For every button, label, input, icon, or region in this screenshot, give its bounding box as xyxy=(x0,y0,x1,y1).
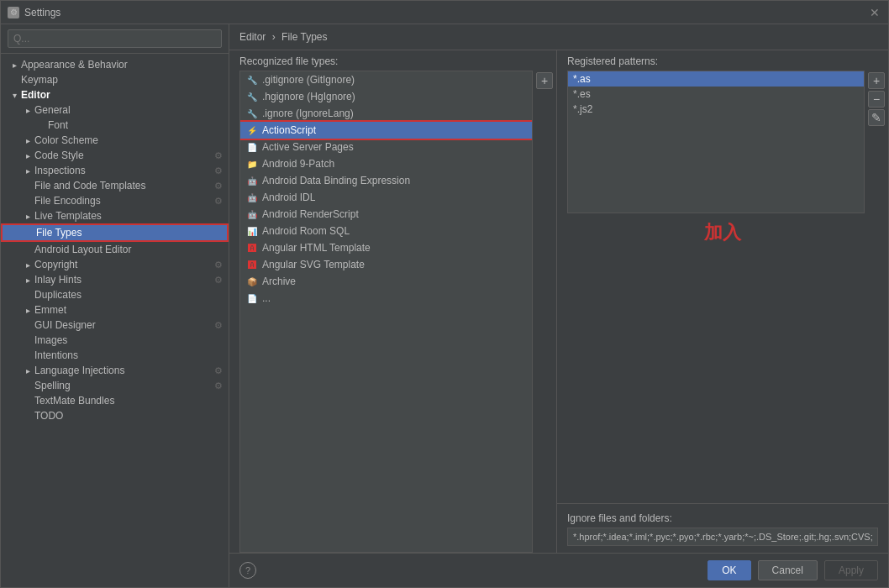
breadcrumb-editor: Editor xyxy=(239,31,266,43)
sidebar-item-duplicates[interactable]: Duplicates xyxy=(1,287,229,302)
file-type-android-data-binding-label: Android Data Binding Expression xyxy=(262,175,410,186)
sidebar-label-emmet: Emmet xyxy=(34,304,229,316)
pattern-as[interactable]: *.as xyxy=(568,71,864,87)
ok-button[interactable]: OK xyxy=(708,560,750,580)
cancel-button[interactable]: Cancel xyxy=(758,560,818,580)
edit-pattern-button[interactable]: ✎ xyxy=(868,109,885,126)
color-arrow-icon: ▸ xyxy=(21,136,34,145)
android-renderscript-icon: 🤖 xyxy=(245,207,259,221)
breadcrumb-current: File Types xyxy=(281,31,327,43)
file-type-android-data-binding[interactable]: 🤖 Android Data Binding Expression xyxy=(240,172,532,189)
help-button[interactable]: ? xyxy=(239,562,256,579)
sidebar-item-live-templates[interactable]: ▸ Live Templates xyxy=(1,208,229,223)
sidebar-item-copyright[interactable]: ▸ Copyright ⚙ xyxy=(1,257,229,272)
sidebar-item-code-style[interactable]: ▸ Code Style ⚙ xyxy=(1,148,229,163)
sidebar-tree: ▸ Appearance & Behavior Keymap ▾ Editor … xyxy=(1,54,229,587)
file-type-asp[interactable]: 📄 Active Server Pages xyxy=(240,139,532,155)
close-button[interactable]: ✕ xyxy=(870,7,881,18)
sidebar-item-inspections[interactable]: ▸ Inspections ⚙ xyxy=(1,163,229,178)
sidebar-item-appearance[interactable]: ▸ Appearance & Behavior xyxy=(1,57,229,72)
file-type-angular-svg[interactable]: 🅰 Angular SVG Template xyxy=(240,256,532,273)
patterns-label: Registered patterns: xyxy=(557,50,888,71)
sidebar-item-keymap[interactable]: Keymap xyxy=(1,72,229,87)
window-title: Settings xyxy=(24,7,60,18)
ignore-input[interactable] xyxy=(567,528,878,546)
sidebar-label-color-scheme: Color Scheme xyxy=(34,134,229,146)
android-9patch-icon: 📁 xyxy=(245,157,259,171)
file-type-asp-label: Active Server Pages xyxy=(262,141,354,153)
archive-icon: 📦 xyxy=(245,275,259,288)
apply-button[interactable]: Apply xyxy=(824,560,878,580)
sidebar-item-font[interactable]: Font xyxy=(1,118,229,133)
file-type-more[interactable]: 📄 ... xyxy=(240,290,532,307)
code-style-settings-icon: ⚙ xyxy=(212,150,225,161)
sidebar-label-language-injections: Language Injections xyxy=(34,365,212,376)
sidebar-item-file-code-templates[interactable]: File and Code Templates ⚙ xyxy=(1,178,229,193)
file-type-android-room-sql[interactable]: 📊 Android Room SQL xyxy=(240,223,532,239)
sidebar-label-file-types: File Types xyxy=(36,227,227,239)
remove-pattern-button[interactable]: − xyxy=(868,91,885,108)
sidebar-item-spelling[interactable]: Spelling ⚙ xyxy=(1,378,229,393)
templates-settings-icon: ⚙ xyxy=(212,181,225,192)
more-icon: 📄 xyxy=(245,291,259,305)
file-type-android-9patch[interactable]: 📁 Android 9-Patch xyxy=(240,155,532,172)
file-type-android-renderscript[interactable]: 🤖 Android RenderScript xyxy=(240,206,532,223)
file-type-android-room-sql-label: Android Room SQL xyxy=(262,225,350,237)
bottom-bar: ? OK Cancel Apply xyxy=(229,553,888,587)
lang-inject-arrow-icon: ▸ xyxy=(21,366,34,375)
pattern-es[interactable]: *.es xyxy=(568,87,864,102)
sidebar-item-general[interactable]: ▸ General xyxy=(1,102,229,118)
sidebar-item-inlay-hints[interactable]: ▸ Inlay Hints ⚙ xyxy=(1,272,229,287)
sidebar-label-keymap: Keymap xyxy=(21,74,229,86)
ignore-label: Ignore files and folders: xyxy=(567,507,878,528)
copyright-settings-icon: ⚙ xyxy=(212,260,225,270)
file-type-android-idl[interactable]: 🤖 Android IDL xyxy=(240,189,532,206)
pattern-js2[interactable]: *.js2 xyxy=(568,102,864,117)
sidebar-item-images[interactable]: Images xyxy=(1,333,229,348)
sidebar-label-file-code-templates: File and Code Templates xyxy=(34,180,212,192)
file-type-angular-html[interactable]: 🅰 Angular HTML Template xyxy=(240,239,532,256)
add-file-type-button[interactable]: + xyxy=(536,72,553,89)
android-data-binding-icon: 🤖 xyxy=(245,174,259,187)
sidebar-item-file-types[interactable]: File Types xyxy=(1,223,229,242)
settings-window: ⚙ Settings ✕ ▸ Appearance & Behavior Key… xyxy=(0,0,889,588)
sidebar-label-inlay-hints: Inlay Hints xyxy=(34,274,212,286)
file-type-actionscript[interactable]: ⚡ ActionScript xyxy=(240,122,532,139)
sidebar-label-copyright: Copyright xyxy=(34,259,212,270)
ignore-section: Ignore files and folders: xyxy=(557,503,888,553)
file-type-archive[interactable]: 📦 Archive xyxy=(240,273,532,290)
sidebar-item-gui-designer[interactable]: GUI Designer ⚙ xyxy=(1,318,229,333)
sidebar-item-color-scheme[interactable]: ▸ Color Scheme xyxy=(1,133,229,148)
encodings-settings-icon: ⚙ xyxy=(212,196,225,207)
file-type-gitignore[interactable]: 🔧 .gitignore (GitIgnore) xyxy=(240,71,532,88)
spelling-settings-icon: ⚙ xyxy=(212,381,225,391)
sidebar-item-intentions[interactable]: Intentions xyxy=(1,348,229,363)
gui-designer-settings-icon: ⚙ xyxy=(212,320,225,331)
sidebar-label-inspections: Inspections xyxy=(34,165,212,176)
sidebar-item-file-encodings[interactable]: File Encodings ⚙ xyxy=(1,193,229,208)
recognized-label: Recognized file types: xyxy=(229,50,556,71)
file-type-more-label: ... xyxy=(262,292,271,304)
sidebar-item-textmate[interactable]: TextMate Bundles xyxy=(1,393,229,408)
actionscript-icon: ⚡ xyxy=(245,123,259,137)
sidebar-item-language-injections[interactable]: ▸ Language Injections ⚙ xyxy=(1,363,229,378)
emmet-arrow-icon: ▸ xyxy=(21,306,34,315)
search-input[interactable] xyxy=(8,29,222,48)
sidebar-label-duplicates: Duplicates xyxy=(34,289,229,301)
inlay-hints-arrow-icon: ▸ xyxy=(21,276,34,285)
sidebar-item-todo[interactable]: TODO xyxy=(1,408,229,423)
copyright-arrow-icon: ▸ xyxy=(21,260,34,270)
sidebar-item-android-layout[interactable]: Android Layout Editor xyxy=(1,242,229,257)
add-pattern-button[interactable]: + xyxy=(868,72,885,89)
sidebar-label-spelling: Spelling xyxy=(34,380,212,391)
file-type-android-renderscript-label: Android RenderScript xyxy=(262,208,359,220)
file-type-ignorelang[interactable]: 🔧 .ignore (IgnoreLang) xyxy=(240,105,532,122)
file-type-hgignore[interactable]: 🔧 .hgignore (HgIgnore) xyxy=(240,88,532,105)
content-area: Editor › File Types Recognized file type… xyxy=(229,24,888,587)
sidebar-item-emmet[interactable]: ▸ Emmet xyxy=(1,302,229,318)
file-type-actionscript-label: ActionScript xyxy=(262,124,316,136)
sidebar-item-editor[interactable]: ▾ Editor xyxy=(1,87,229,102)
file-type-android-idl-label: Android IDL xyxy=(262,192,315,203)
file-type-ignorelang-label: .ignore (IgnoreLang) xyxy=(262,108,354,119)
sidebar-label-images: Images xyxy=(34,334,229,346)
